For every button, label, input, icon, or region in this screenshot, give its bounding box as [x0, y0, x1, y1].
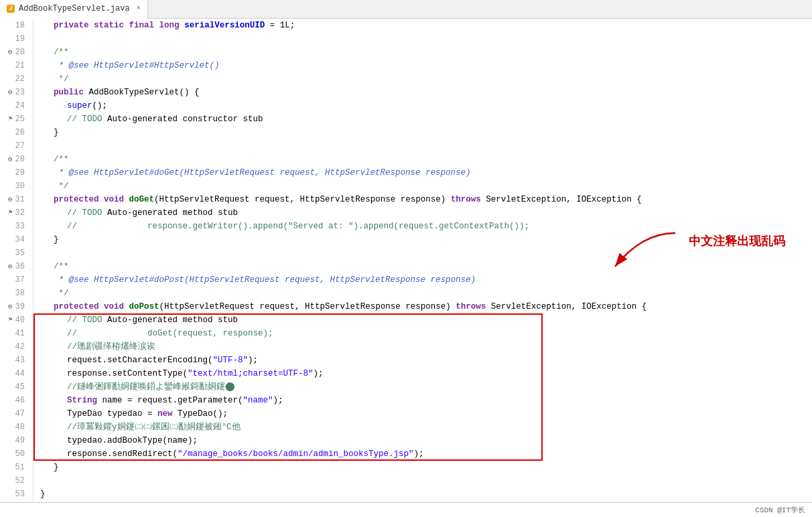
code-line: response.setContentType("text/html;chars…	[40, 367, 805, 380]
code-line: }	[40, 461, 805, 474]
fold-icon[interactable]: ⚑	[9, 206, 13, 220]
line-number: 21	[5, 59, 27, 72]
fold-icon[interactable]: ⚑	[9, 313, 13, 327]
file-icon: J	[7, 5, 15, 13]
line-number: 41	[5, 327, 27, 340]
line-number: 43	[5, 354, 27, 367]
line-number: ⊖39	[5, 300, 27, 313]
code-line: * @see HttpServlet#doGet(HttpServletRequ…	[40, 166, 805, 179]
line-number: 50	[5, 447, 27, 461]
line-number: 27	[5, 139, 27, 153]
code-line: }	[40, 488, 805, 501]
editor-tab[interactable]: J AddBookTypeServlet.java ×	[0, 0, 148, 19]
code-line: TypeDao typedao = new TypeDao();	[40, 407, 805, 421]
tab-filename: AddBookTypeServlet.java	[19, 4, 130, 13]
tab-close-button[interactable]: ×	[137, 5, 141, 12]
line-number: 45	[5, 380, 27, 394]
line-number: 29	[5, 166, 27, 179]
fold-icon[interactable]: ⚑	[9, 113, 13, 126]
line-number: ⊖36	[5, 260, 27, 273]
status-text: CSDN @IT学长	[755, 505, 805, 515]
line-number: 46	[5, 394, 27, 407]
line-number: ⊖28	[5, 153, 27, 166]
fold-icon[interactable]: ⊖	[8, 46, 13, 59]
line-number: 44	[5, 367, 27, 380]
code-line	[40, 32, 805, 46]
code-line: * @see HttpServlet#HttpServlet()	[40, 59, 805, 72]
code-line: response.sendRedirect("/manage_books/boo…	[40, 447, 805, 461]
line-number: ⚑40	[5, 313, 27, 327]
line-number: 34	[5, 233, 27, 246]
code-line: // response.getWriter().append("Served a…	[40, 220, 805, 233]
line-number: 35	[5, 246, 27, 260]
line-number: 37	[5, 273, 27, 287]
code-line: private static final long serialVersionU…	[40, 19, 805, 32]
fold-icon[interactable]: ⊖	[8, 86, 13, 99]
line-number: ⚑32	[5, 206, 27, 220]
code-line: */	[40, 72, 805, 86]
line-number: 52	[5, 474, 27, 488]
code-line: //璋冪敤鑺у姛鑳㈡㈡鏍囷㈡勫姛鑳被鎺°C他	[40, 421, 805, 434]
code-line: public AddBookTypeServlet() {	[40, 86, 805, 99]
tab-bar: J AddBookTypeServlet.java ×	[0, 0, 812, 19]
line-number: ⊖23	[5, 86, 27, 99]
code-area: 1819⊖202122⊖2324⚑252627⊖282930⊖31⚑323334…	[0, 19, 812, 502]
fold-icon[interactable]: ⊖	[8, 300, 13, 313]
code-line: * @see HttpServlet#doPost(HttpServletReq…	[40, 273, 805, 287]
code-line	[40, 474, 805, 488]
code-line: }	[40, 126, 805, 139]
code-line: */	[40, 179, 805, 193]
line-number: ⊖20	[5, 46, 27, 59]
code-line: // TODO Auto-generated method stub	[40, 206, 805, 220]
code-line: */	[40, 287, 805, 300]
status-bar: CSDN @IT学长	[0, 502, 812, 517]
annotation-arrow-svg	[602, 226, 682, 280]
line-number: 42	[5, 340, 27, 354]
code-line: // TODO Auto-generated constructor stub	[40, 113, 805, 126]
code-line: //鐩峰弻鍕勫姛鑳唤鍣よ鑾峰緱鎶勫姛鑳⬤	[40, 380, 805, 394]
code-line: /**	[40, 46, 805, 59]
fold-icon[interactable]: ⊖	[8, 193, 13, 206]
code-line: request.setCharacterEncoding("UTF-8");	[40, 354, 805, 367]
code-line: /**	[40, 260, 805, 273]
code-line	[40, 139, 805, 153]
code-line: typedao.addBookType(name);	[40, 434, 805, 447]
code-line: super();	[40, 99, 805, 113]
line-number: 38	[5, 287, 27, 300]
code-line: protected void doGet(HttpServletRequest …	[40, 193, 805, 206]
fold-icon[interactable]: ⊖	[8, 153, 13, 166]
line-number: 47	[5, 407, 27, 421]
code-content[interactable]: private static final long serialVersionU…	[33, 19, 812, 502]
line-number: 33	[5, 220, 27, 233]
line-number: 30	[5, 179, 27, 193]
line-number: 24	[5, 99, 27, 113]
line-number: 51	[5, 461, 27, 474]
line-number: 22	[5, 72, 27, 86]
fold-icon[interactable]: ⊖	[8, 260, 13, 273]
code-line: // TODO Auto-generated method stub	[40, 313, 805, 327]
line-number: ⚑25	[5, 113, 27, 126]
line-number: ⊖31	[5, 193, 27, 206]
annotation-text: 中文注释出现乱码	[689, 234, 785, 248]
line-numbers: 1819⊖202122⊖2324⚑252627⊖282930⊖31⚑323334…	[0, 19, 33, 502]
code-line: // doGet(request, response);	[40, 327, 805, 340]
editor-window: J AddBookTypeServlet.java × 1819⊖202122⊖…	[0, 0, 812, 517]
annotation-container: 中文注释出现乱码	[689, 233, 785, 249]
line-number: 19	[5, 32, 27, 46]
line-number: 26	[5, 126, 27, 139]
line-number: 49	[5, 434, 27, 447]
line-number: 18	[5, 19, 27, 32]
line-number: 53	[5, 488, 27, 501]
code-line: protected void doPost(HttpServletRequest…	[40, 300, 805, 313]
code-line: /**	[40, 153, 805, 166]
code-line: //璁剧疆缂栫爜绛涙诶	[40, 340, 805, 354]
line-number: 48	[5, 421, 27, 434]
code-line: String name = request.getParameter("name…	[40, 394, 805, 407]
